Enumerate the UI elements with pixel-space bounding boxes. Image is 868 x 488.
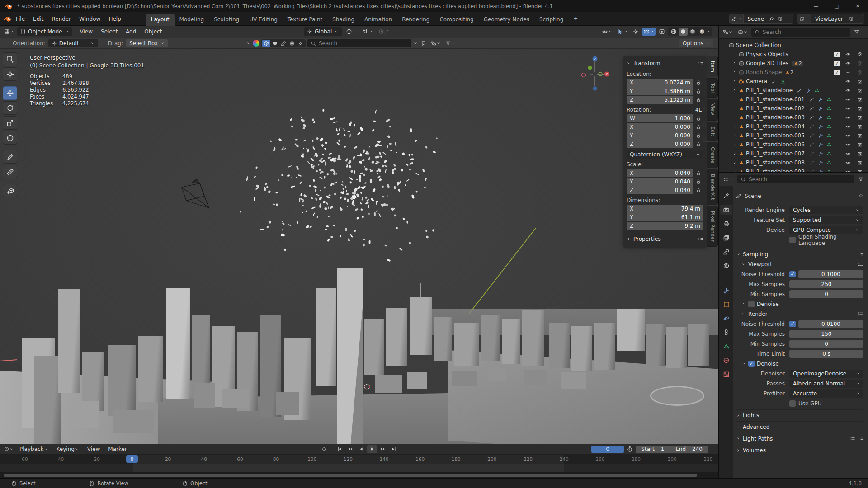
disable-render-toggle[interactable] (857, 133, 863, 138)
expand-icon[interactable] (731, 106, 739, 111)
hide-eye-toggle[interactable] (845, 97, 851, 102)
toggle-xray-button[interactable] (657, 28, 666, 36)
asset-type-material-button[interactable] (271, 40, 279, 47)
panel-header-light-paths[interactable]: Light Paths (736, 433, 863, 444)
snap-magnet-button[interactable] (361, 28, 374, 36)
dimensions-y-field[interactable]: Y61.1 m (627, 213, 703, 221)
expand-icon[interactable] (731, 160, 739, 165)
disable-render-toggle[interactable] (857, 106, 863, 111)
workspace-tab-scripting[interactable]: Scripting (534, 14, 568, 26)
orientation-dropdown[interactable]: Default (48, 39, 98, 47)
workspace-tab-compositing[interactable]: Compositing (434, 14, 478, 26)
rotation-w-field[interactable]: W1.000 (627, 114, 693, 122)
outliner-item-name[interactable]: Pill_1_standalone.001 (746, 96, 805, 103)
outliner-row[interactable]: Pill_1_standalone.008 (719, 158, 868, 167)
expand-icon[interactable] (731, 88, 739, 93)
outliner-row[interactable]: Pill_1_standalone.004 (719, 122, 868, 131)
show-overlays-button[interactable] (642, 28, 656, 36)
sampling-panel-header[interactable]: Sampling (736, 249, 863, 259)
outliner-editor-type-button[interactable] (722, 28, 734, 36)
show-gizmo-button[interactable] (631, 28, 640, 36)
disable-render-toggle[interactable] (857, 160, 863, 165)
expand-icon[interactable] (731, 151, 739, 156)
property-value-min-samples[interactable]: 0 (789, 290, 863, 298)
close-button[interactable]: ✕ (847, 0, 868, 12)
properties-tab-modifiers[interactable] (720, 285, 732, 295)
current-frame-field[interactable]: 0 (591, 446, 624, 453)
add-workspace-button[interactable]: + (568, 13, 583, 25)
blender-menu-icon[interactable] (4, 16, 12, 22)
editor-divider[interactable] (718, 26, 719, 478)
property-value-noise-threshold[interactable]: 0.0100 (798, 320, 863, 328)
properties-tab-render[interactable] (720, 205, 732, 215)
outliner-item-name[interactable]: Pill_1_standalone.004 (746, 123, 805, 130)
topbar-menu-render[interactable]: Render (47, 14, 75, 24)
outliner-item-name[interactable]: Pill_1_standalone.003 (746, 114, 805, 121)
properties-tab-output[interactable] (720, 219, 732, 229)
hide-eye-toggle[interactable] (845, 70, 851, 75)
noise-threshold-checkbox[interactable]: ✓ (789, 271, 796, 277)
previous-keyframe-button[interactable] (345, 445, 355, 453)
blenderkit-collapse-icon[interactable] (246, 41, 251, 46)
pivot-point-button[interactable] (344, 28, 358, 36)
timeline-menu-keying[interactable]: Keying (52, 444, 83, 454)
topbar-menu-file[interactable]: File (12, 14, 29, 24)
shading-rendered-button[interactable] (698, 28, 707, 36)
remove-icon[interactable] (855, 17, 864, 21)
viewlayer-selector[interactable]: ViewLayer (797, 14, 864, 24)
disable-render-toggle[interactable] (857, 115, 863, 120)
tool-annotate[interactable] (3, 150, 17, 164)
properties-tab-object-data[interactable] (720, 341, 732, 351)
lock-icon[interactable] (693, 89, 703, 94)
selectability-button[interactable] (616, 28, 629, 36)
hide-eye-toggle[interactable] (845, 88, 851, 93)
collection-checkbox[interactable]: ✓ (834, 61, 840, 66)
outliner-row[interactable]: Pill_1_standalone (719, 86, 868, 95)
collection-checkbox[interactable]: ✓ (834, 52, 840, 57)
timeline-menu-playback[interactable]: Playback (15, 444, 52, 454)
rotation-y-field[interactable]: Y0.000 (627, 131, 693, 140)
collection-checkbox[interactable]: ✓ (834, 70, 840, 75)
outliner-row[interactable]: Rough Shape2✓ (719, 68, 868, 77)
shading-solid-button[interactable] (679, 28, 688, 36)
outliner-item-name[interactable]: Rough Shape (746, 69, 782, 75)
outliner-item-name[interactable]: Physics Objects (746, 51, 788, 57)
tool-transform[interactable] (3, 131, 17, 145)
editor-divider[interactable] (719, 172, 868, 173)
properties-tab-texture[interactable] (720, 369, 732, 379)
properties-tab-material[interactable] (720, 355, 732, 365)
viewport-denoise-header[interactable]: Denoise (736, 299, 863, 309)
rotation-mode-dropdown[interactable]: Quaternion (WXYZ) (627, 150, 703, 159)
outliner-item-name[interactable]: Google 3D Tiles (746, 60, 788, 66)
lock-icon[interactable] (693, 116, 703, 121)
property-dropdown-render-engine[interactable]: Cycles (789, 206, 863, 214)
outliner-item-name[interactable]: Pill_1_standalone.007 (746, 150, 805, 157)
lock-icon[interactable] (693, 133, 703, 138)
workspace-tab-rendering[interactable]: Rendering (397, 14, 434, 26)
tool-scale[interactable] (3, 116, 17, 130)
npanel-tab-edit[interactable]: Edit (707, 122, 718, 141)
outliner-item-name[interactable]: Pill_1_standalone.002 (746, 105, 805, 112)
workspace-tab-sculpting[interactable]: Sculpting (209, 14, 244, 26)
panel-checkbox[interactable]: ✓ (748, 361, 755, 367)
properties-search[interactable] (737, 175, 854, 183)
use-gpu-checkbox[interactable] (789, 400, 796, 407)
workspace-tab-texture-paint[interactable]: Texture Paint (283, 14, 327, 26)
timeline-menu-marker[interactable]: Marker (104, 444, 131, 454)
property-dropdown-feature-set[interactable]: Supported (789, 216, 863, 224)
hide-eye-toggle[interactable] (845, 52, 851, 57)
workspace-tab-modeling[interactable]: Modeling (175, 14, 209, 26)
hide-eye-toggle[interactable] (845, 61, 851, 66)
workspace-tab-layout[interactable]: Layout (146, 14, 175, 26)
outliner-row[interactable]: Pill_1_standalone.003 (719, 113, 868, 122)
minimize-button[interactable]: — (806, 0, 826, 12)
viewport-menu-view[interactable]: View (76, 27, 97, 37)
lock-icon[interactable] (693, 97, 703, 103)
location-x-field[interactable]: X-0.0724 m (627, 79, 693, 87)
rotation-x-field[interactable]: X0.000 (627, 123, 693, 131)
properties-search-input[interactable] (749, 176, 851, 183)
outliner-item-name[interactable]: Pill_1_standalone (746, 87, 793, 94)
outliner-item-name[interactable]: Pill_1_standalone.005 (746, 132, 805, 139)
scale-z-field[interactable]: Z0.040 (627, 186, 693, 194)
disable-render-toggle[interactable] (857, 97, 863, 102)
